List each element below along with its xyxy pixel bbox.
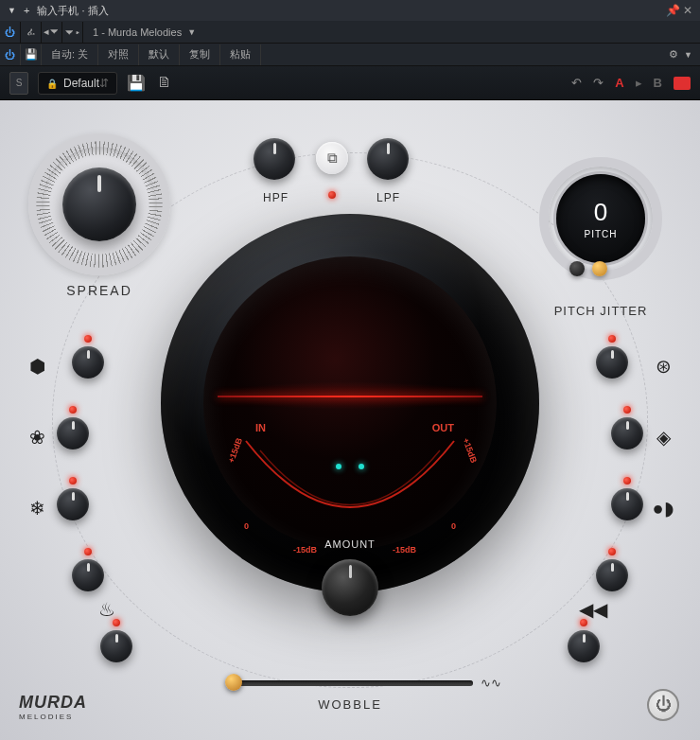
rings-icon[interactable]: ⊛ (651, 354, 675, 379)
snowflake-icon[interactable]: ❄ (25, 496, 49, 520)
fx-knob-3l[interactable] (57, 488, 89, 520)
fx-knob-4r[interactable] (596, 559, 628, 591)
fx-led (69, 406, 77, 414)
wobble-label: WOBBLE (227, 697, 473, 712)
plugin-panel: SPREAD ⧉ HPF LPF 0 PITCH PITCH JITTER IN… (0, 100, 700, 740)
zero-left: 0 (244, 521, 249, 531)
ab-b-button[interactable]: B (654, 76, 662, 90)
chevron-down-icon[interactable]: ▼ (684, 50, 692, 60)
preset-dropdown[interactable]: 🔒Default ⇵ (38, 72, 117, 95)
fx-led (84, 548, 92, 555)
spread-knob[interactable] (62, 167, 136, 241)
in-meter-dot (336, 464, 341, 469)
brand-logo: MURDA MELODIES (19, 693, 87, 721)
fx-knob-4l[interactable] (72, 559, 104, 591)
power-icon[interactable]: ⏻ (0, 22, 21, 43)
fx-knob-2r[interactable] (611, 417, 643, 449)
hpf-label: HPF (263, 191, 289, 204)
record-indicator[interactable] (674, 77, 691, 90)
fx-led (113, 619, 120, 626)
wave-icon: ∿∿ (481, 676, 501, 690)
copy-button[interactable]: 复制 (180, 44, 220, 65)
redo-icon[interactable]: ↷ (593, 76, 604, 90)
pitch-handle-gold[interactable] (592, 261, 607, 276)
fx-knob-2l[interactable] (57, 417, 89, 449)
plug-next-icon[interactable]: ⏷▸ (62, 22, 83, 43)
spread-section: SPREAD (28, 133, 170, 275)
left-fx-column: ⬢ ❀ ❄ ♨ (28, 346, 76, 701)
wobble-slider[interactable]: ∿∿ (227, 680, 473, 686)
ab-a-button[interactable]: A (615, 76, 623, 90)
save-disk-icon[interactable]: 💾 (21, 44, 42, 65)
in-label: IN (255, 422, 266, 433)
waveform-line (218, 396, 482, 397)
dots-icon[interactable]: ●◗ (651, 496, 675, 520)
fx-knob-5r[interactable] (568, 630, 600, 662)
filter-led (328, 191, 336, 199)
undo-icon[interactable]: ↶ (571, 76, 582, 90)
hpf-knob[interactable] (254, 138, 295, 180)
pitch-jitter-label: PITCH JITTER (530, 304, 672, 318)
flower-icon[interactable]: ❀ (25, 425, 49, 449)
pitch-section: 0 PITCH PITCH JITTER (530, 148, 672, 290)
fx-knob-1l[interactable] (72, 346, 104, 379)
amount-knob[interactable] (322, 559, 378, 616)
slate-logo-icon[interactable]: S (9, 72, 28, 95)
toolbar-2: ⏻ 💾 自动: 关 对照 默认 复制 粘贴 ⚙ ▼ (0, 44, 700, 66)
ab-copy-icon[interactable]: ▸ (636, 76, 642, 90)
preset-default-label: Default (63, 77, 99, 90)
out-label: OUT (432, 422, 454, 433)
pitch-unit-label: PITCH (585, 229, 618, 239)
wobble-thumb[interactable] (225, 674, 242, 691)
lpf-label: LPF (376, 191, 400, 204)
plug-prev-icon[interactable]: ◂⏷ (42, 22, 62, 43)
gear-icon[interactable]: ⚙ (669, 48, 678, 61)
power2-icon[interactable]: ⏻ (0, 44, 21, 65)
pin-icon[interactable]: 📌 (666, 4, 680, 17)
pitch-value: 0 (594, 198, 607, 227)
fx-led (623, 406, 631, 414)
fx-led (608, 548, 616, 555)
auto-label: 自动: 关 (42, 44, 98, 65)
default-button[interactable]: 默认 (139, 44, 180, 65)
toolbar-1: ⏻ ፈ ◂⏷ ⏷▸ 1 - Murda Melodies ▼ (0, 21, 700, 44)
fx-knob-1r[interactable] (596, 346, 628, 379)
plugin-power-button[interactable]: ⏻ (647, 689, 679, 721)
fx-knob-3r[interactable] (611, 488, 643, 520)
preset-name-label: 1 - Murda Melodies (93, 26, 182, 38)
cube-icon[interactable]: ⬢ (25, 354, 49, 379)
wobble-section: ∿∿ WOBBLE (227, 680, 473, 712)
diamond-icon[interactable]: ◈ (651, 425, 675, 449)
tuning-fork-icon[interactable]: ፈ (21, 22, 42, 43)
fx-knob-5l[interactable] (100, 630, 132, 662)
preset-selector[interactable]: 1 - Murda Melodies ▼ (83, 26, 205, 38)
lpf-knob[interactable] (367, 138, 409, 180)
rewind-icon[interactable]: ◀◀ (581, 597, 605, 622)
window-title: 输入手机 · 插入 (37, 4, 108, 18)
add-icon[interactable]: + (24, 5, 29, 16)
chevron-down-icon: ▼ (187, 27, 196, 37)
pitch-display[interactable]: 0 PITCH (556, 174, 645, 263)
lock-icon: 🔒 (46, 79, 58, 89)
zero-right: 0 (451, 521, 456, 531)
fx-led (69, 477, 77, 485)
save-as-icon[interactable]: 🗎 (157, 74, 172, 92)
main-visualizer[interactable]: IN OUT +15dB +15dB 0 0 -15dB -15dB AMOUN… (161, 214, 539, 592)
close-icon[interactable]: ✕ (683, 4, 692, 17)
updown-icon: ⇵ (99, 77, 109, 90)
out-meter-dot (359, 464, 364, 469)
window-titlebar: ▼ + 输入手机 · 插入 📌 ✕ (0, 0, 700, 21)
fx-led (623, 477, 631, 485)
arc-svg (227, 422, 473, 545)
right-fx-column: ⊛ ◈ ●◗ ◀◀ (624, 346, 672, 701)
pitch-handle-dark[interactable] (569, 261, 585, 276)
menu-triangle-icon[interactable]: ▼ (8, 6, 16, 15)
filter-link-button[interactable]: ⧉ (316, 142, 348, 174)
brand-sub: MELODIES (19, 713, 87, 721)
paste-button[interactable]: 粘贴 (220, 44, 261, 65)
minus-db-left: -15dB (293, 545, 317, 555)
compare-button[interactable]: 对照 (98, 44, 139, 65)
fx-led (84, 335, 92, 343)
fx-led (608, 335, 616, 343)
save-preset-icon[interactable]: 💾 (127, 74, 146, 92)
